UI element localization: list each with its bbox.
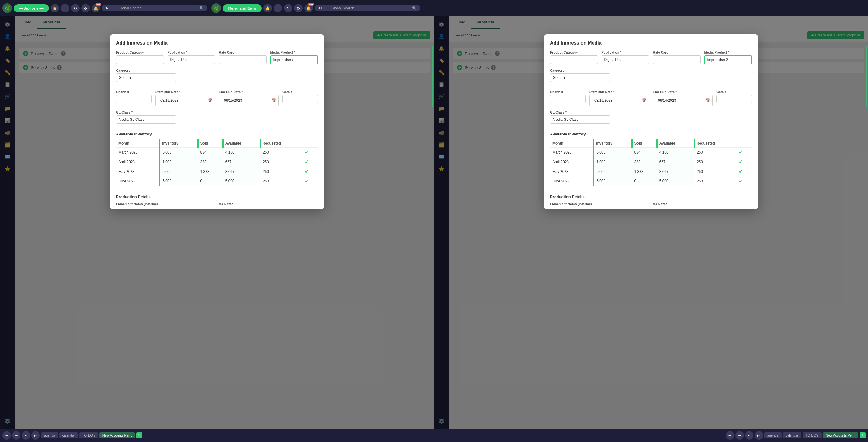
sold-left-2: 1,333	[198, 167, 223, 176]
bottom-tag-calendar-left[interactable]: calendar	[59, 432, 78, 438]
requested-left-2: 250	[260, 167, 302, 176]
bottom-icon-4-left[interactable]: ⏭	[31, 431, 40, 440]
bottom-edit-icon-left[interactable]: ✎	[136, 432, 142, 438]
start-date-input-left[interactable]	[158, 97, 208, 104]
bottom-tag-todo-left[interactable]: TO-DO's	[79, 432, 98, 438]
table-row-right-1: April 2023 1,000 333 667 250 ✔	[550, 157, 752, 167]
rate-card-select-left[interactable]: —	[219, 56, 267, 64]
channel-select-right[interactable]: —	[550, 95, 586, 103]
group-select-right[interactable]: —	[716, 95, 752, 103]
search-bar-right: All 🔍	[315, 5, 420, 11]
status-left-2: ✔	[302, 167, 318, 176]
rate-card-group-left: Rate Card —	[219, 50, 267, 64]
inventory-left-2: 5,000	[160, 167, 198, 176]
refer-earn-button-left[interactable]: — Actions —	[14, 4, 49, 12]
inventory-right-0: 5,000	[594, 147, 632, 157]
category-label-left: Category *	[116, 69, 176, 72]
rate-card-select-right[interactable]: —	[653, 56, 701, 64]
media-product-select-right[interactable]: Impression 2	[704, 56, 752, 64]
bottom-icon-3-left[interactable]: ⏮	[22, 431, 30, 440]
media-product-label-right: Media Product *	[704, 50, 752, 54]
bottom-icon-2-right[interactable]: ↪	[735, 431, 744, 440]
table-row-left-1: April 2023 1,000 333 667 250 ✔	[116, 157, 318, 167]
inventory-container-left: Month Inventory Sold Available Requested…	[116, 139, 318, 186]
search-input-right[interactable]	[331, 6, 410, 10]
nav-divider	[209, 2, 210, 14]
bottom-tag-agenda-right[interactable]: agenda	[764, 432, 781, 438]
end-date-input-right[interactable]	[655, 97, 706, 104]
nav-icon-plus-right[interactable]: ＋	[274, 4, 282, 12]
sold-right-2: 1,333	[632, 167, 657, 176]
bottom-tag-todo-right[interactable]: TO-DO's	[803, 432, 822, 438]
gl-class-select-right[interactable]: Media GL Class	[550, 115, 610, 124]
nav-icon-refresh-right[interactable]: ↻	[284, 4, 292, 12]
requested-right-0: 250	[694, 147, 736, 157]
ad-notes-label-left: Ad Notes	[219, 202, 318, 206]
nav-icon-settings-right[interactable]: ⚙	[294, 4, 303, 12]
nav-icon-bell-right[interactable]: 🔔 99+	[304, 4, 313, 12]
form-row-1-left: Product Category — Publication * Digital…	[116, 50, 318, 64]
publication-group-right: Publication * Digital Pub	[601, 50, 650, 64]
logo-icon-left: 🌿	[2, 3, 12, 13]
gl-class-group-left: GL Class * Media GL Class	[116, 110, 176, 124]
production-row-left: Placement Notes (Internal) Ad Notes	[116, 202, 318, 206]
nav-icon-bell-left[interactable]: 🔔 99+	[92, 4, 100, 12]
status-right-0: ✔	[736, 147, 752, 157]
gl-class-label-right: GL Class *	[550, 110, 610, 114]
nav-icon-star-right[interactable]: ⭐	[264, 4, 272, 12]
publication-select-left[interactable]: Digital Pub	[167, 56, 216, 64]
product-category-select-right[interactable]: —	[550, 56, 598, 64]
group-select-left[interactable]: —	[282, 95, 318, 103]
nav-icon-settings-left[interactable]: ⚙	[82, 4, 90, 12]
bottom-tag-newaccounts-right[interactable]: New Accounts Per...	[823, 432, 858, 438]
th-status-left	[302, 139, 318, 147]
bottom-icon-1-right[interactable]: ↩	[726, 431, 734, 440]
modal-overlay-right: Add Impression Media Product Category — …	[434, 16, 868, 429]
search-filter-left[interactable]: All	[105, 6, 117, 10]
media-product-select-left[interactable]: Impressions	[270, 56, 318, 64]
group-group-left: Group —	[282, 90, 318, 106]
bottom-taskbar: ↩ ↪ ⏮ ⏭ agenda calendar TO-DO's New Acco…	[0, 429, 868, 442]
channel-select-left[interactable]: —	[116, 95, 152, 103]
bottom-icon-1-left[interactable]: ↩	[2, 431, 11, 440]
category-select-left[interactable]: General	[116, 73, 176, 82]
available-right-1: 667	[657, 157, 694, 167]
category-group-left: Category * General	[116, 69, 176, 82]
channel-group-left: Channel —	[116, 90, 152, 106]
group-group-right: Group —	[716, 90, 752, 106]
bottom-edit-icon-right[interactable]: ✎	[860, 432, 866, 438]
form-row-2-left: Category * General	[116, 69, 318, 82]
gl-class-select-left[interactable]: Media GL Class	[116, 115, 176, 124]
bottom-icon-4-right[interactable]: ⏭	[755, 431, 763, 440]
modal-overlay-left: Add Impression Media Product Category — …	[0, 16, 434, 429]
refer-earn-button-right[interactable]: Refer and Earn	[223, 4, 261, 12]
start-date-input-right[interactable]	[592, 97, 642, 104]
nav-icon-refresh-left[interactable]: ↻	[71, 4, 80, 12]
end-date-input-left[interactable]	[221, 97, 272, 104]
sold-left-3: 0	[198, 176, 223, 186]
scroll-indicator-left	[432, 46, 433, 107]
scroll-indicator-right	[866, 46, 867, 107]
notification-badge-right: 99+	[308, 3, 314, 6]
publication-select-right[interactable]: Digital Pub	[601, 56, 650, 64]
requested-right-3: 250	[694, 176, 736, 186]
gl-class-group-right: GL Class * Media GL Class	[550, 110, 610, 124]
requested-right-2: 250	[694, 167, 736, 176]
modal-title-left: Add Impression Media	[116, 40, 318, 46]
bottom-tag-newaccounts-left[interactable]: New Accounts Per...	[99, 432, 135, 438]
bottom-icon-2-left[interactable]: ↪	[12, 431, 21, 440]
status-right-3: ✔	[736, 176, 752, 186]
nav-icon-star-left[interactable]: ⭐	[51, 4, 59, 12]
month-left-2: May 2023	[116, 167, 160, 176]
table-row-left-2: May 2023 5,000 1,333 3,667 250 ✔	[116, 167, 318, 176]
search-input-left[interactable]	[119, 6, 197, 10]
search-filter-right[interactable]: All	[318, 6, 330, 10]
bottom-tag-calendar-right[interactable]: calendar	[783, 432, 801, 438]
notification-badge-left: 99+	[96, 3, 101, 6]
bottom-icon-3-right[interactable]: ⏮	[745, 431, 753, 440]
nav-icon-plus-left[interactable]: ＋	[61, 4, 69, 12]
product-category-select-left[interactable]: —	[116, 56, 164, 64]
bottom-tag-agenda-left[interactable]: agenda	[41, 432, 58, 438]
placement-notes-label-left: Placement Notes (Internal)	[116, 202, 215, 206]
category-select-right[interactable]: General	[550, 73, 610, 82]
